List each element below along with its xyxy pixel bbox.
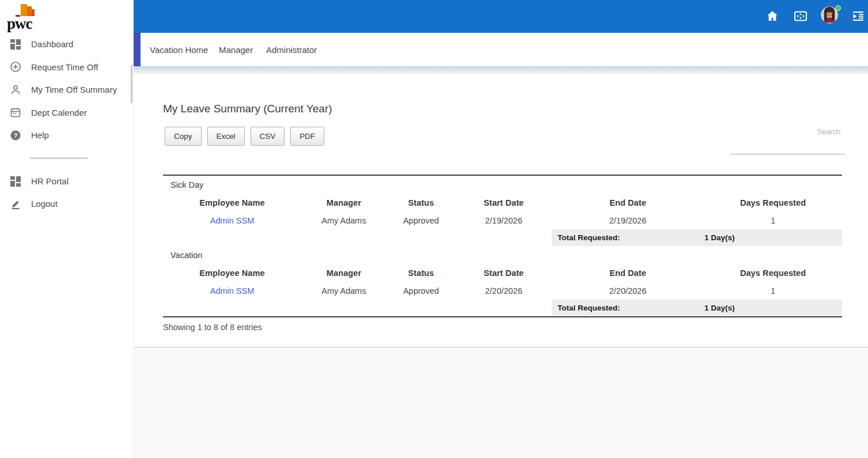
end-date-cell: 2/19/2026: [552, 211, 704, 229]
sidebar-item-label: Help: [31, 130, 49, 140]
group-total-row: Total Requested: 1 Day(s): [163, 300, 842, 316]
fullscreen-icon[interactable]: [793, 8, 809, 24]
col-status: Status: [386, 264, 456, 282]
person-icon: [10, 84, 21, 96]
days-cell: 1: [704, 211, 842, 229]
col-start-date: Start Date: [456, 264, 552, 282]
pencil-icon: [10, 198, 21, 210]
col-manager: Manager: [301, 194, 386, 211]
total-requested-label: Total Requested:: [552, 233, 704, 242]
sidebar-item-dept-calendar[interactable]: Dept Calender: [0, 101, 134, 124]
sidebar-item-label: Dashboard: [31, 39, 73, 49]
sidebar-item-label: Logout: [31, 199, 58, 209]
tab-administrator[interactable]: Administrator: [266, 33, 317, 66]
total-requested-value: 1 Day(s): [704, 304, 735, 312]
copy-button[interactable]: Copy: [165, 127, 202, 146]
page-title: My Leave Summary (Current Year): [163, 103, 332, 115]
col-employee-name: Employee Name: [163, 194, 301, 211]
leave-summary-table: Sick Day Employee Name Manager Status St…: [163, 175, 842, 317]
sidebar-item-label: Dept Calender: [31, 108, 87, 118]
sidebar-item-help[interactable]: ? Help: [0, 124, 134, 146]
top-app-bar: [134, 0, 868, 33]
col-manager: Manager: [301, 264, 386, 282]
pwc-wordmark: pwc: [7, 15, 32, 33]
col-start-date: Start Date: [456, 194, 552, 211]
sidebar-separator: [30, 158, 88, 158]
table-header-row: Employee Name Manager Status Start Date …: [163, 194, 842, 211]
indent-menu-icon[interactable]: [850, 8, 866, 24]
start-date-cell: 2/19/2026: [456, 211, 552, 229]
sidebar-item-hr-portal[interactable]: HR Portal: [0, 170, 134, 192]
sidebar-item-dashboard[interactable]: Dashboard: [0, 33, 134, 55]
pdf-button[interactable]: PDF: [290, 127, 324, 146]
days-cell: 1: [704, 282, 842, 300]
col-days-requested: Days Requested: [704, 194, 842, 211]
manager-cell: Amy Adams: [301, 211, 386, 229]
add-circle-icon: [10, 61, 21, 73]
help-icon: ?: [10, 130, 21, 141]
csv-button[interactable]: CSV: [251, 127, 285, 146]
total-requested-label: Total Requested:: [552, 304, 704, 312]
employee-link[interactable]: Admin SSM: [210, 216, 255, 225]
sidebar-item-label: My Time Off Summary: [31, 85, 117, 94]
online-status-dot: [835, 5, 841, 11]
home-icon[interactable]: [764, 8, 780, 24]
col-days-requested: Days Requested: [704, 264, 842, 282]
tab-manager[interactable]: Manager: [219, 33, 253, 66]
total-requested-value: 1 Day(s): [704, 233, 735, 242]
sidebar-item-label: Request Time Off: [31, 62, 98, 72]
search-label: Search:: [817, 128, 842, 136]
group-total-row: Total Requested: 1 Day(s): [163, 229, 842, 246]
sidebar-item-label: HR Portal: [31, 176, 69, 186]
pwc-logo: pwc: [0, 0, 134, 33]
excel-button[interactable]: Excel: [207, 127, 245, 146]
grid-icon: [10, 176, 21, 187]
group-header-sick-day: Sick Day: [163, 176, 842, 194]
calendar-icon: [10, 107, 21, 118]
search-input[interactable]: [730, 142, 846, 154]
start-date-cell: 2/20/2026: [456, 282, 552, 300]
manager-cell: Amy Adams: [301, 282, 386, 300]
entries-status-text: Showing 1 to 8 of 8 entries: [163, 323, 262, 332]
sidebar-item-logout[interactable]: Logout: [0, 192, 134, 215]
svg-text:?: ?: [14, 132, 18, 139]
status-cell: Approved: [386, 211, 456, 229]
sidebar-item-request-time-off[interactable]: Request Time Off: [0, 56, 134, 78]
col-employee-name: Employee Name: [163, 264, 301, 282]
user-avatar[interactable]: [821, 6, 840, 26]
table-header-row: Employee Name Manager Status Start Date …: [163, 264, 842, 282]
table-row: Admin SSM Amy Adams Approved 2/19/2026 2…: [163, 211, 842, 229]
dashboard-grid-icon: [10, 39, 21, 50]
status-cell: Approved: [386, 282, 456, 300]
sidebar: pwc Dashboard Request Time Off My Time O…: [0, 0, 134, 458]
nav-gradient-divider: [134, 66, 868, 74]
table-row: Admin SSM Amy Adams Approved 2/20/2026 2…: [163, 282, 842, 300]
sidebar-item-my-time-off-summary[interactable]: My Time Off Summary: [0, 78, 134, 101]
leave-summary-panel: My Leave Summary (Current Year) Copy Exc…: [134, 74, 868, 347]
secondary-nav: Vacation Home Manager Administrator: [134, 33, 868, 66]
col-end-date: End Date: [552, 194, 704, 211]
nav-accent-strip: [134, 33, 141, 66]
sidebar-scrollbar[interactable]: [131, 65, 132, 103]
col-status: Status: [386, 194, 456, 211]
employee-link[interactable]: Admin SSM: [210, 286, 255, 296]
end-date-cell: 2/20/2026: [552, 282, 704, 300]
col-end-date: End Date: [552, 264, 704, 282]
tab-vacation-home[interactable]: Vacation Home: [150, 33, 208, 66]
export-button-row: Copy Excel CSV PDF: [165, 127, 324, 146]
group-header-vacation: Vacation: [163, 246, 842, 264]
